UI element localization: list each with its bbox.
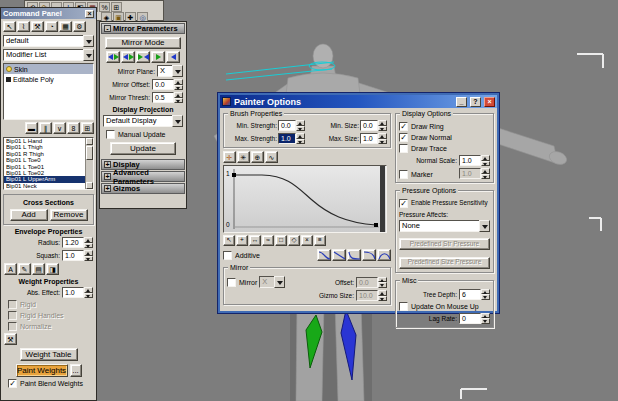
predefined-size-pressure-button[interactable]: Predefined Size Pressure bbox=[399, 257, 490, 269]
curve-preset-smooth-icon[interactable] bbox=[317, 249, 331, 261]
chevron-down-icon[interactable] bbox=[479, 220, 490, 232]
close-icon[interactable]: × bbox=[85, 10, 94, 18]
insert-point-icon[interactable]: + bbox=[236, 235, 248, 246]
curve-mode-icon[interactable]: ∿ bbox=[265, 151, 278, 163]
additive-checkbox[interactable]: Additive bbox=[223, 251, 260, 260]
scroll-up-icon[interactable] bbox=[86, 138, 93, 145]
make-unique-icon[interactable]: ∨ bbox=[53, 122, 66, 134]
min-strength-spinner[interactable]: 0.0 bbox=[278, 120, 305, 131]
tab-utilities[interactable]: ⚙ bbox=[73, 21, 86, 32]
curve-preset-slow-icon[interactable] bbox=[362, 249, 376, 261]
rollout-advanced-parameters[interactable]: +Advanced Parameters bbox=[101, 171, 185, 182]
select-point-icon[interactable]: ↖ bbox=[223, 235, 235, 246]
normalize-checkbox[interactable]: Normalize bbox=[8, 322, 96, 331]
collapse-icon[interactable]: - bbox=[104, 25, 111, 32]
painter-options-button[interactable]: ... bbox=[70, 364, 82, 377]
squash-spinner[interactable]: 1.0 bbox=[62, 250, 93, 261]
paste-blue-to-green-icon[interactable] bbox=[136, 51, 150, 63]
pin-stack-icon[interactable]: ▬ bbox=[25, 122, 38, 134]
display-projection-dropdown[interactable]: Default Display bbox=[103, 115, 183, 127]
modifier-list-dropdown[interactable]: Modifier List bbox=[3, 49, 94, 61]
remove-modifier-icon[interactable]: 8 bbox=[67, 122, 80, 134]
paste-blue-bones-icon[interactable] bbox=[166, 51, 180, 63]
configure-sets-icon[interactable]: ⊞ bbox=[81, 122, 94, 134]
add-button[interactable]: Add bbox=[10, 209, 48, 221]
bulb-icon[interactable] bbox=[6, 66, 12, 72]
smooth-point-icon[interactable]: ≈ bbox=[262, 235, 274, 246]
curve-preset-dome-icon[interactable] bbox=[377, 249, 391, 261]
rollout-mirror-parameters[interactable]: - Mirror Parameters bbox=[101, 23, 185, 34]
spinner-arrows-icon[interactable] bbox=[481, 155, 490, 166]
mirror-mode-button[interactable]: Mirror Mode bbox=[105, 37, 181, 49]
draw-trace-checkbox[interactable]: Draw Trace bbox=[399, 144, 490, 153]
bezier-point-icon[interactable]: ◇ bbox=[288, 235, 300, 246]
paste-green-to-blue-icon[interactable] bbox=[121, 51, 135, 63]
chevron-down-icon[interactable] bbox=[274, 276, 285, 288]
spinner-arrows-icon[interactable] bbox=[481, 168, 490, 179]
squash-field[interactable]: 1.0 bbox=[62, 250, 84, 261]
spinner-arrows-icon[interactable] bbox=[378, 120, 387, 131]
spinner-arrows-icon[interactable] bbox=[378, 277, 387, 288]
scroll-down-icon[interactable] bbox=[86, 182, 93, 189]
spinner-arrows-icon[interactable] bbox=[378, 133, 387, 144]
update-button[interactable]: Update bbox=[110, 142, 176, 155]
manual-update-checkbox[interactable]: Manual Update bbox=[106, 130, 186, 139]
paste-green-bones-icon[interactable] bbox=[151, 51, 165, 63]
marker-checkbox[interactable]: Marker bbox=[399, 170, 433, 179]
mirror-thresh-spinner[interactable]: 0.5 bbox=[152, 92, 183, 103]
show-end-result-icon[interactable]: ∥ bbox=[39, 122, 52, 134]
scroll-thumb[interactable] bbox=[86, 146, 93, 160]
delete-point-icon[interactable]: × bbox=[301, 235, 313, 246]
curve-preset-linear-icon[interactable] bbox=[332, 249, 346, 261]
copy-envelope-icon[interactable]: ▤ bbox=[32, 263, 45, 275]
min-size-spinner[interactable]: 0.0 bbox=[360, 120, 387, 131]
chevron-down-icon[interactable] bbox=[172, 65, 183, 77]
command-panel-titlebar[interactable]: Command Panel × bbox=[1, 8, 96, 19]
spinner-arrows-icon[interactable] bbox=[174, 79, 183, 90]
mirror-offset-spinner[interactable]: 0.0 bbox=[152, 79, 183, 90]
paste-envelope-icon[interactable]: ◨ bbox=[46, 263, 59, 275]
pressure-affects-dropdown[interactable]: None bbox=[399, 220, 490, 232]
minimize-icon[interactable]: _ bbox=[456, 97, 467, 107]
enable-pressure-checkbox[interactable]: ✓Enable Pressure Sensitivity bbox=[399, 199, 490, 208]
corner-point-icon[interactable]: □ bbox=[275, 235, 287, 246]
normal-scale-spinner[interactable]: 1.0 bbox=[459, 155, 490, 166]
max-strength-spinner[interactable]: 1.0 bbox=[278, 133, 305, 144]
bone-item[interactable]: Bip01 Neck bbox=[4, 183, 93, 189]
marker-spinner[interactable]: 1.0 bbox=[459, 168, 490, 179]
lag-rate-spinner[interactable]: 0 bbox=[459, 313, 490, 324]
paint-blend-weights-checkbox[interactable]: ✓Paint Blend Weights bbox=[8, 379, 96, 388]
update-on-mouse-up-checkbox[interactable]: Update On Mouse Up bbox=[399, 302, 490, 311]
stack-item-editable-poly[interactable]: Editable Poly bbox=[4, 74, 93, 84]
help-icon[interactable]: ? bbox=[470, 97, 481, 107]
predefined-str-pressure-button[interactable]: Predefined Str Pressure bbox=[399, 238, 490, 250]
draw-normal-checkbox[interactable]: ✓Draw Normal bbox=[399, 133, 490, 142]
bone-list-scrollbar[interactable] bbox=[85, 138, 93, 189]
chevron-down-icon[interactable] bbox=[83, 35, 94, 47]
expand-icon[interactable]: + bbox=[104, 185, 111, 192]
reset-curve-icon[interactable]: ≡ bbox=[314, 235, 326, 246]
weight-table-button[interactable]: Weight Table bbox=[20, 348, 78, 361]
weight-tool-icon[interactable]: ⚒ bbox=[4, 333, 17, 345]
rigid-checkbox[interactable]: Rigid bbox=[8, 300, 96, 309]
falloff-icon[interactable]: ✎ bbox=[18, 263, 31, 275]
abs-effect-spinner[interactable]: 1.0 bbox=[62, 287, 93, 298]
spinner-arrows-icon[interactable] bbox=[378, 290, 387, 301]
modifier-stack[interactable]: Skin Editable Poly bbox=[3, 63, 94, 120]
chevron-down-icon[interactable] bbox=[83, 49, 94, 61]
preset-dropdown[interactable]: default bbox=[3, 35, 94, 47]
spinner-arrows-icon[interactable] bbox=[481, 313, 490, 324]
percent-snap-icon[interactable]: % bbox=[99, 2, 110, 12]
absolute-effect-icon[interactable]: A bbox=[4, 263, 17, 275]
painter-titlebar[interactable]: Painter Options _ ? × bbox=[220, 95, 497, 108]
draw-ring-checkbox[interactable]: ✓Draw Ring bbox=[399, 122, 490, 131]
tree-depth-spinner[interactable]: 6 bbox=[459, 289, 490, 300]
spinner-arrows-icon[interactable] bbox=[481, 289, 490, 300]
mirror-plane-dropdown[interactable]: X bbox=[157, 65, 183, 77]
spinner-arrows-icon[interactable] bbox=[174, 92, 183, 103]
rigid-handles-checkbox[interactable]: Rigid Handles bbox=[8, 311, 96, 320]
expand-icon[interactable]: + bbox=[104, 161, 111, 168]
paint-weights-button[interactable]: Paint Weights bbox=[16, 364, 68, 377]
stack-item-skin[interactable]: Skin bbox=[4, 64, 93, 74]
spinner-arrows-icon[interactable] bbox=[84, 250, 93, 261]
